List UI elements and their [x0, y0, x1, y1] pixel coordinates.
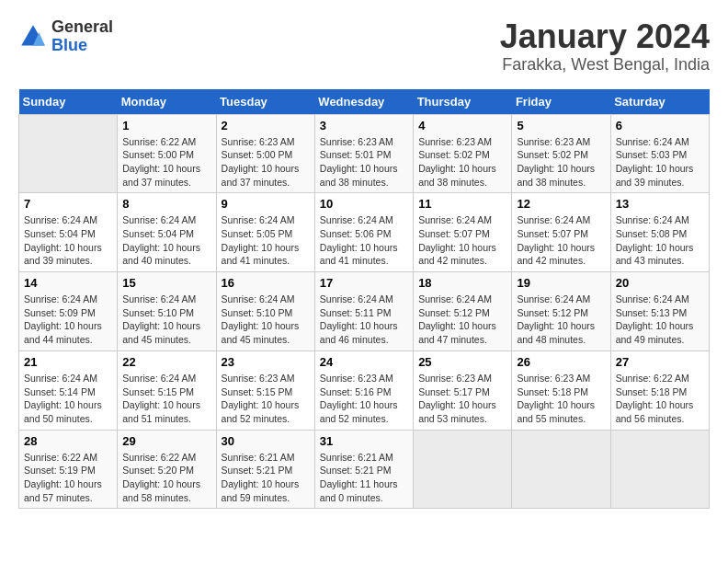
header-sunday: Sunday: [19, 89, 118, 115]
day-info: Sunrise: 6:24 AMSunset: 5:14 PMDaylight:…: [24, 372, 112, 426]
header-friday: Friday: [512, 89, 610, 115]
day-info: Sunrise: 6:24 AMSunset: 5:03 PMDaylight:…: [616, 135, 704, 190]
day-number: 15: [122, 276, 210, 290]
day-cell: 6Sunrise: 6:24 AMSunset: 5:03 PMDaylight…: [610, 114, 709, 193]
day-info: Sunrise: 6:24 AMSunset: 5:10 PMDaylight:…: [222, 293, 310, 347]
day-info: Sunrise: 6:24 AMSunset: 5:08 PMDaylight:…: [616, 213, 704, 268]
day-info: Sunrise: 6:24 AMSunset: 5:06 PMDaylight:…: [320, 213, 408, 268]
day-number: 7: [24, 197, 112, 211]
calendar-body: 1Sunrise: 6:22 AMSunset: 5:00 PMDaylight…: [19, 114, 710, 509]
day-number: 26: [517, 355, 605, 369]
header-monday: Monday: [118, 89, 216, 115]
day-number: 30: [222, 434, 310, 448]
day-cell: 12Sunrise: 6:24 AMSunset: 5:07 PMDayligh…: [512, 193, 610, 272]
day-info: Sunrise: 6:23 AMSunset: 5:18 PMDaylight:…: [517, 372, 605, 426]
day-info: Sunrise: 6:24 AMSunset: 5:05 PMDaylight:…: [222, 213, 310, 268]
day-number: 24: [320, 355, 408, 369]
header-wednesday: Wednesday: [314, 89, 413, 115]
day-number: 10: [320, 197, 408, 211]
logo-text: General Blue: [51, 18, 113, 55]
day-cell: 28Sunrise: 6:22 AMSunset: 5:19 PMDayligh…: [19, 430, 118, 509]
day-cell: 4Sunrise: 6:23 AMSunset: 5:02 PMDaylight…: [414, 114, 512, 193]
day-info: Sunrise: 6:24 AMSunset: 5:04 PMDaylight:…: [24, 213, 112, 268]
header-saturday: Saturday: [610, 89, 709, 115]
day-cell: 27Sunrise: 6:22 AMSunset: 5:18 PMDayligh…: [610, 350, 709, 430]
day-cell: 8Sunrise: 6:24 AMSunset: 5:04 PMDaylight…: [118, 193, 216, 272]
day-number: 20: [616, 276, 704, 290]
day-cell: [414, 430, 512, 509]
header-row: SundayMondayTuesdayWednesdayThursdayFrid…: [19, 89, 710, 115]
day-number: 12: [517, 197, 605, 211]
day-info: Sunrise: 6:23 AMSunset: 5:15 PMDaylight:…: [222, 372, 310, 426]
day-cell: 14Sunrise: 6:24 AMSunset: 5:09 PMDayligh…: [19, 272, 118, 351]
day-number: 8: [122, 197, 210, 211]
day-info: Sunrise: 6:23 AMSunset: 5:16 PMDaylight:…: [320, 372, 408, 426]
logo-general-text: General: [51, 18, 113, 37]
day-number: 28: [24, 434, 112, 448]
day-info: Sunrise: 6:22 AMSunset: 5:18 PMDaylight:…: [616, 372, 704, 426]
page-title: January 2024: [500, 18, 710, 55]
day-number: 31: [320, 434, 408, 448]
day-cell: 19Sunrise: 6:24 AMSunset: 5:12 PMDayligh…: [512, 272, 610, 351]
day-cell: 22Sunrise: 6:24 AMSunset: 5:15 PMDayligh…: [118, 350, 216, 430]
day-number: 5: [517, 119, 605, 132]
page-header: General Blue January 2024 Farakka, West …: [18, 18, 710, 75]
calendar-table: SundayMondayTuesdayWednesdayThursdayFrid…: [18, 89, 710, 510]
day-number: 29: [122, 434, 210, 448]
day-info: Sunrise: 6:23 AMSunset: 5:00 PMDaylight:…: [222, 135, 310, 190]
logo: General Blue: [18, 18, 113, 55]
day-number: 11: [418, 197, 506, 211]
day-cell: 9Sunrise: 6:24 AMSunset: 5:05 PMDaylight…: [216, 193, 314, 272]
day-info: Sunrise: 6:22 AMSunset: 5:00 PMDaylight:…: [122, 135, 210, 190]
day-number: 27: [616, 355, 704, 369]
day-cell: [19, 114, 118, 193]
day-number: 14: [24, 276, 112, 290]
day-info: Sunrise: 6:24 AMSunset: 5:09 PMDaylight:…: [24, 293, 112, 347]
day-number: 23: [222, 355, 310, 369]
day-cell: 23Sunrise: 6:23 AMSunset: 5:15 PMDayligh…: [216, 350, 314, 430]
week-row-2: 7Sunrise: 6:24 AMSunset: 5:04 PMDaylight…: [19, 193, 710, 272]
day-info: Sunrise: 6:24 AMSunset: 5:12 PMDaylight:…: [517, 293, 605, 347]
day-number: 17: [320, 276, 408, 290]
day-cell: 30Sunrise: 6:21 AMSunset: 5:21 PMDayligh…: [216, 430, 314, 509]
header-tuesday: Tuesday: [216, 89, 314, 115]
day-info: Sunrise: 6:24 AMSunset: 5:15 PMDaylight:…: [122, 372, 210, 426]
day-info: Sunrise: 6:24 AMSunset: 5:12 PMDaylight:…: [418, 293, 506, 347]
day-cell: 3Sunrise: 6:23 AMSunset: 5:01 PMDaylight…: [314, 114, 413, 193]
day-cell: 24Sunrise: 6:23 AMSunset: 5:16 PMDayligh…: [314, 350, 413, 430]
day-cell: 11Sunrise: 6:24 AMSunset: 5:07 PMDayligh…: [414, 193, 512, 272]
day-cell: 10Sunrise: 6:24 AMSunset: 5:06 PMDayligh…: [314, 193, 413, 272]
day-cell: 20Sunrise: 6:24 AMSunset: 5:13 PMDayligh…: [610, 272, 709, 351]
day-info: Sunrise: 6:24 AMSunset: 5:04 PMDaylight:…: [122, 213, 210, 268]
title-block: January 2024 Farakka, West Bengal, India: [500, 18, 710, 75]
week-row-5: 28Sunrise: 6:22 AMSunset: 5:19 PMDayligh…: [19, 430, 710, 509]
week-row-1: 1Sunrise: 6:22 AMSunset: 5:00 PMDaylight…: [19, 114, 710, 193]
day-info: Sunrise: 6:22 AMSunset: 5:19 PMDaylight:…: [24, 451, 112, 505]
day-number: 3: [320, 119, 408, 132]
day-cell: 7Sunrise: 6:24 AMSunset: 5:04 PMDaylight…: [19, 193, 118, 272]
day-cell: 31Sunrise: 6:21 AMSunset: 5:21 PMDayligh…: [314, 430, 413, 509]
day-cell: [610, 430, 709, 509]
day-number: 21: [24, 355, 112, 369]
week-row-3: 14Sunrise: 6:24 AMSunset: 5:09 PMDayligh…: [19, 272, 710, 351]
day-cell: 26Sunrise: 6:23 AMSunset: 5:18 PMDayligh…: [512, 350, 610, 430]
day-cell: 15Sunrise: 6:24 AMSunset: 5:10 PMDayligh…: [118, 272, 216, 351]
day-cell: 5Sunrise: 6:23 AMSunset: 5:02 PMDaylight…: [512, 114, 610, 193]
day-cell: 17Sunrise: 6:24 AMSunset: 5:11 PMDayligh…: [314, 272, 413, 351]
week-row-4: 21Sunrise: 6:24 AMSunset: 5:14 PMDayligh…: [19, 350, 710, 430]
day-number: 2: [222, 119, 310, 132]
day-info: Sunrise: 6:24 AMSunset: 5:07 PMDaylight:…: [418, 213, 506, 268]
header-thursday: Thursday: [414, 89, 512, 115]
day-number: 1: [122, 119, 210, 132]
day-cell: 18Sunrise: 6:24 AMSunset: 5:12 PMDayligh…: [414, 272, 512, 351]
logo-icon: [18, 22, 48, 52]
day-info: Sunrise: 6:24 AMSunset: 5:11 PMDaylight:…: [320, 293, 408, 347]
day-cell: 16Sunrise: 6:24 AMSunset: 5:10 PMDayligh…: [216, 272, 314, 351]
day-info: Sunrise: 6:23 AMSunset: 5:02 PMDaylight:…: [517, 135, 605, 190]
day-cell: [512, 430, 610, 509]
day-cell: 25Sunrise: 6:23 AMSunset: 5:17 PMDayligh…: [414, 350, 512, 430]
day-number: 16: [222, 276, 310, 290]
day-info: Sunrise: 6:22 AMSunset: 5:20 PMDaylight:…: [122, 451, 210, 505]
day-info: Sunrise: 6:21 AMSunset: 5:21 PMDaylight:…: [320, 451, 408, 505]
logo-blue-text: Blue: [51, 37, 113, 55]
